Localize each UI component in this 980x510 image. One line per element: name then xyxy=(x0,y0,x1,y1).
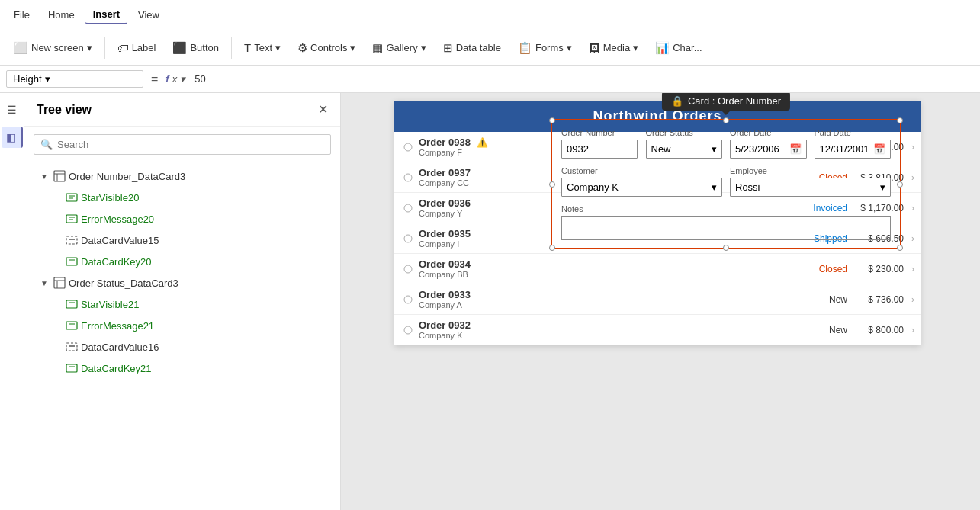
new-screen-button[interactable]: ⬜ New screen ▾ xyxy=(6,37,100,59)
controls-button[interactable]: ⚙ Controls ▾ xyxy=(290,37,363,59)
tree-item-datacardkey21[interactable]: ▶ DataCardKey21 xyxy=(24,358,340,379)
menu-file[interactable]: File xyxy=(6,6,37,24)
order-info-0932: Order 0932 Company K xyxy=(419,319,826,340)
search-icon: 🔍 xyxy=(40,139,53,150)
forms-button[interactable]: 📋 Forms ▾ xyxy=(510,37,580,59)
search-box[interactable]: 🔍 xyxy=(34,134,331,155)
sidebar: Tree view ✕ 🔍 ▼ Order Number_DataCard3 ▶ xyxy=(24,93,341,510)
tree-item-errormessage21[interactable]: ▶ ErrorMessage21 xyxy=(24,315,340,336)
label-button[interactable]: 🏷 Label xyxy=(110,37,164,58)
employee-select[interactable]: Rossi ▾ xyxy=(730,178,891,197)
button-button[interactable]: ⬛ Button xyxy=(165,37,227,59)
order-chevron-0935: › xyxy=(911,233,914,244)
handle-ml[interactable] xyxy=(549,181,555,188)
row-handle-0935 xyxy=(400,234,416,243)
tree-item-datacardvalue15[interactable]: ▶ DataCardValue15 xyxy=(24,229,340,251)
order-chevron-0933: › xyxy=(911,294,914,305)
handle-tr[interactable] xyxy=(897,117,903,123)
order-status-datacard-label: Order Status_DataCard3 xyxy=(69,277,178,289)
row-handle-0932 xyxy=(400,326,416,335)
toolbar: ⬜ New screen ▾ 🏷 Label ⬛ Button T Text ▾… xyxy=(0,30,980,66)
new-screen-icon: ⬜ xyxy=(14,41,28,55)
order-info-0933: Order 0933 Company A xyxy=(419,289,826,310)
order-amount-0932: $ 800.00 xyxy=(850,325,904,335)
row-handle-0933 xyxy=(400,295,416,304)
property-select[interactable]: Height ▾ xyxy=(6,70,143,88)
table-card-icon2 xyxy=(52,275,67,290)
svg-rect-11 xyxy=(66,258,77,265)
order-status-0934: Closed xyxy=(819,264,847,274)
order-chevron-0938: › xyxy=(911,142,914,152)
formula-value: 50 xyxy=(188,72,211,86)
tree-item-starvisible21[interactable]: ▶ StarVisible21 xyxy=(24,293,340,315)
card-tooltip-text: Card : Order Number xyxy=(688,95,781,107)
svg-rect-18 xyxy=(66,322,77,329)
left-panel-icons: ☰ ◧ xyxy=(0,93,24,510)
notes-label: Notes xyxy=(561,204,891,213)
customer-label: Customer xyxy=(561,166,722,175)
paid-date-picker[interactable]: 12/31/2001 📅 xyxy=(815,140,892,159)
tree-content: ▼ Order Number_DataCard3 ▶ StarVisible20… xyxy=(24,162,340,510)
order-num-0935: Order 0935 xyxy=(419,228,471,239)
order-date-picker[interactable]: 5/23/2006 📅 xyxy=(730,140,807,159)
customer-select[interactable]: Company K ▾ xyxy=(561,178,722,197)
media-button[interactable]: 🖼 Media ▾ xyxy=(581,37,646,58)
table-card-icon xyxy=(52,168,67,184)
menu-home[interactable]: Home xyxy=(40,6,82,24)
svg-point-27 xyxy=(404,235,412,242)
order-num-0933: Order 0933 xyxy=(419,289,471,300)
order-chevron-0936: › xyxy=(911,203,914,213)
tree-item-order-status-datacard[interactable]: ▼ Order Status_DataCard3 xyxy=(24,272,340,293)
handle-bm[interactable] xyxy=(723,245,729,251)
main-layout: ☰ ◧ Tree view ✕ 🔍 ▼ Order Number_DataCar… xyxy=(0,93,980,510)
tree-arrow-order-number: ▼ xyxy=(38,172,50,181)
svg-point-26 xyxy=(404,204,412,212)
error-message-icon xyxy=(64,211,79,226)
order-num-0937: Order 0937 xyxy=(419,167,471,178)
text-button[interactable]: T Text ▾ xyxy=(236,37,288,58)
card-inner: Order Number Order Status New ▾ xyxy=(552,120,900,248)
lock-icon: 🔒 xyxy=(671,95,683,107)
hamburger-icon[interactable]: ☰ xyxy=(2,99,23,120)
row-handle-0938 xyxy=(400,143,416,152)
starvisible20-label: StarVisible20 xyxy=(81,192,139,204)
button-icon: ⬛ xyxy=(172,41,187,55)
handle-tl[interactable] xyxy=(549,117,555,123)
order-chevron-0932: › xyxy=(911,325,914,335)
tree-item-datacardkey20[interactable]: ▶ DataCardKey20 xyxy=(24,251,340,272)
employee-chevron: ▾ xyxy=(880,181,885,193)
data-table-button[interactable]: ⊞ Data table xyxy=(435,37,509,59)
tree-item-errormessage20[interactable]: ▶ ErrorMessage20 xyxy=(24,208,340,229)
handle-tm[interactable] xyxy=(723,117,729,123)
order-status-select[interactable]: New ▾ xyxy=(646,140,723,159)
search-input[interactable] xyxy=(57,139,324,150)
tree-item-starvisible20[interactable]: ▶ StarVisible20 xyxy=(24,187,340,208)
charts-button[interactable]: 📊 Char... xyxy=(647,37,709,59)
handle-br[interactable] xyxy=(897,245,903,251)
sidebar-close-button[interactable]: ✕ xyxy=(318,102,328,117)
new-screen-label: New screen xyxy=(31,42,84,53)
gallery-icon: ▦ xyxy=(372,41,383,55)
errormessage21-label: ErrorMessage21 xyxy=(81,320,154,332)
card-field-paid-date: Paid Date 12/31/2001 📅 xyxy=(815,128,892,159)
order-row-0933[interactable]: Order 0933 Company A New $ 736.00 › xyxy=(394,284,921,315)
gallery-button[interactable]: ▦ Gallery ▾ xyxy=(365,37,433,59)
order-status-0932: New xyxy=(829,325,847,335)
datacard-value16-icon xyxy=(64,339,79,354)
order-number-input[interactable] xyxy=(561,140,638,159)
card-field-employee: Employee Rossi ▾ xyxy=(730,166,891,197)
layers-icon[interactable]: ◧ xyxy=(2,127,23,148)
paid-date-value: 12/31/2001 xyxy=(820,143,869,155)
menu-insert[interactable]: Insert xyxy=(85,5,127,24)
order-row-0932[interactable]: Order 0932 Company K New $ 800.00 › xyxy=(394,315,921,345)
datacard-key-icon xyxy=(64,254,79,269)
handle-bl[interactable] xyxy=(549,245,555,251)
menu-view[interactable]: View xyxy=(130,6,167,24)
order-row-0934[interactable]: Order 0934 Company BB Closed $ 230.00 › xyxy=(394,254,921,284)
notes-input[interactable] xyxy=(561,216,891,240)
handle-mr[interactable] xyxy=(897,181,903,188)
tree-item-datacardvalue16[interactable]: ▶ DataCardValue16 xyxy=(24,336,340,358)
card-selected: Order Number Order Status New ▾ xyxy=(551,119,901,249)
tree-item-order-number-datacard[interactable]: ▼ Order Number_DataCard3 xyxy=(24,165,340,187)
order-company-0932: Company K xyxy=(419,331,826,340)
